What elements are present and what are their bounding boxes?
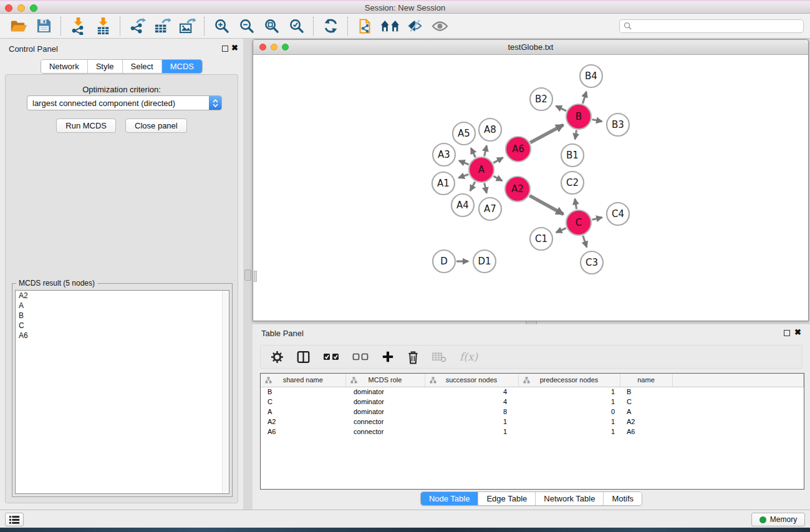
mcds-result-item-a[interactable]: A bbox=[16, 301, 229, 311]
network-window-titlebar[interactable]: testGlobe.txt bbox=[253, 40, 808, 55]
export-table-icon[interactable] bbox=[150, 16, 175, 37]
graph-node-C2[interactable]: C2 bbox=[561, 172, 584, 194]
table-cell[interactable]: 1 bbox=[518, 397, 620, 407]
graph-node-A5[interactable]: A5 bbox=[453, 122, 475, 145]
graph-edge-A-A4[interactable] bbox=[470, 181, 475, 191]
graph-node-C4[interactable]: C4 bbox=[607, 203, 629, 225]
table-cell[interactable]: 1 bbox=[425, 427, 518, 437]
graph-node-A[interactable]: A bbox=[469, 157, 494, 182]
column-header-name[interactable]: name bbox=[620, 374, 672, 387]
tab-style[interactable]: Style bbox=[88, 60, 123, 73]
column-header-successor-nodes[interactable]: successor nodes bbox=[425, 374, 518, 387]
graph-edge-A-A2[interactable] bbox=[493, 176, 502, 180]
table-cell[interactable]: B bbox=[261, 387, 345, 397]
search-field[interactable] bbox=[619, 19, 804, 33]
mcds-result-item-c[interactable]: C bbox=[16, 321, 229, 331]
table-cell[interactable]: A6 bbox=[620, 427, 672, 437]
graph-edge-C-C2[interactable] bbox=[575, 199, 577, 210]
graph-node-C3[interactable]: C3 bbox=[581, 251, 603, 274]
graph-node-C1[interactable]: C1 bbox=[530, 228, 552, 250]
graph-node-D1[interactable]: D1 bbox=[473, 250, 496, 273]
zoom-selected-icon[interactable] bbox=[284, 16, 309, 37]
vertical-splitter-handle[interactable] bbox=[244, 269, 251, 281]
tab-motifs[interactable]: Motifs bbox=[604, 492, 642, 505]
zoom-in-icon[interactable] bbox=[209, 16, 234, 37]
criterion-dropdown[interactable]: largest connected component (directed) bbox=[27, 95, 222, 110]
table-cell[interactable]: connector bbox=[345, 427, 425, 437]
graph-edge-B-B3[interactable] bbox=[592, 119, 602, 121]
table-cell[interactable]: 4 bbox=[425, 387, 518, 397]
table-row[interactable]: Cdominator41C bbox=[261, 397, 804, 407]
column-header-shared-name[interactable]: shared name bbox=[261, 374, 345, 387]
delete-column-icon[interactable] bbox=[407, 350, 419, 364]
graph-node-A1[interactable]: A1 bbox=[432, 172, 455, 195]
table-settings-icon[interactable] bbox=[271, 351, 284, 364]
mcds-result-list[interactable]: A2ABCA6 bbox=[15, 290, 229, 494]
float-panel-icon[interactable] bbox=[222, 46, 228, 52]
table-cell[interactable]: 1 bbox=[518, 417, 620, 427]
table-cell[interactable]: 8 bbox=[425, 407, 518, 417]
table-cell[interactable]: C bbox=[261, 397, 345, 407]
graph-edge-A2-C[interactable] bbox=[529, 196, 563, 215]
open-file-icon[interactable] bbox=[6, 16, 31, 37]
zoom-out-icon[interactable] bbox=[234, 16, 259, 37]
graph-edge-A6-B[interactable] bbox=[530, 125, 563, 142]
delete-table-icon[interactable] bbox=[432, 351, 446, 363]
graph-edge-C-C3[interactable] bbox=[583, 236, 587, 247]
table-cell[interactable]: A2 bbox=[620, 417, 672, 427]
column-header-mcds-role[interactable]: MCDS role bbox=[345, 374, 425, 387]
table-cell[interactable]: dominator bbox=[345, 387, 425, 397]
graph-edge-A-A8[interactable] bbox=[485, 145, 487, 156]
graph-node-D[interactable]: D bbox=[433, 250, 455, 273]
graph-edge-A-A7[interactable] bbox=[485, 183, 487, 193]
table-cell[interactable]: B bbox=[620, 387, 672, 397]
save-session-icon[interactable] bbox=[31, 16, 56, 37]
zoom-fit-icon[interactable] bbox=[259, 16, 284, 37]
graph-edge-B-B2[interactable] bbox=[556, 106, 567, 111]
node-table[interactable]: shared nameMCDS rolesuccessor nodesprede… bbox=[260, 373, 804, 490]
close-panel-button[interactable]: Close panel bbox=[125, 118, 187, 133]
graph-edge-A-A1[interactable] bbox=[458, 174, 468, 178]
tab-mcds[interactable]: MCDS bbox=[162, 60, 202, 73]
refresh-icon[interactable] bbox=[318, 16, 343, 37]
task-history-button[interactable] bbox=[5, 513, 24, 526]
table-cell[interactable]: A bbox=[261, 407, 345, 417]
graph-node-B[interactable]: B bbox=[566, 104, 591, 129]
graph-node-A4[interactable]: A4 bbox=[451, 194, 474, 216]
table-cell[interactable]: 1 bbox=[425, 417, 518, 427]
export-image-icon[interactable] bbox=[175, 16, 200, 37]
select-all-columns-icon[interactable] bbox=[323, 353, 339, 360]
split-view-icon[interactable] bbox=[297, 351, 310, 364]
table-cell[interactable]: 0 bbox=[518, 407, 620, 417]
network-canvas[interactable]: AA1A2A3A4A5A6A7A8BB1B2B3B4CC1C2C3C4DD1 bbox=[254, 56, 808, 321]
graph-node-B4[interactable]: B4 bbox=[580, 65, 602, 87]
graph-edge-A-A3[interactable] bbox=[459, 161, 468, 165]
graph-edge-A-A5[interactable] bbox=[471, 148, 475, 157]
import-table-icon[interactable] bbox=[90, 16, 115, 37]
table-cell[interactable]: A bbox=[620, 407, 672, 417]
graph-edge-A-A6[interactable] bbox=[493, 158, 503, 163]
canvas-edge-handle[interactable] bbox=[254, 271, 257, 282]
apply-function-icon[interactable]: f(x) bbox=[460, 351, 478, 363]
table-cell[interactable]: 1 bbox=[518, 427, 620, 437]
table-cell[interactable]: dominator bbox=[345, 407, 425, 417]
birds-eye-view-icon[interactable] bbox=[427, 16, 452, 37]
graph-node-B3[interactable]: B3 bbox=[607, 114, 629, 136]
table-cell[interactable]: connector bbox=[345, 417, 425, 427]
graph-edge-B-B1[interactable] bbox=[575, 130, 576, 140]
graph-edge-C-C4[interactable] bbox=[592, 218, 602, 220]
export-network-icon[interactable] bbox=[125, 16, 150, 37]
scrollbar-track[interactable] bbox=[222, 291, 229, 493]
table-cell[interactable]: 1 bbox=[518, 387, 620, 397]
table-cell[interactable]: C bbox=[620, 397, 672, 407]
table-row[interactable]: A2connector11A2 bbox=[261, 417, 804, 427]
table-row[interactable]: Adominator80A bbox=[261, 407, 804, 417]
tab-network-table[interactable]: Network Table bbox=[536, 492, 604, 505]
graph-node-A3[interactable]: A3 bbox=[433, 143, 455, 166]
tab-node-table[interactable]: Node Table bbox=[421, 492, 479, 505]
table-row[interactable]: Bdominator41B bbox=[261, 387, 804, 397]
tab-network[interactable]: Network bbox=[41, 60, 88, 73]
table-cell[interactable]: A2 bbox=[261, 417, 345, 427]
graph-node-A6[interactable]: A6 bbox=[506, 137, 531, 162]
graph-edge-C-C1[interactable] bbox=[556, 228, 566, 233]
